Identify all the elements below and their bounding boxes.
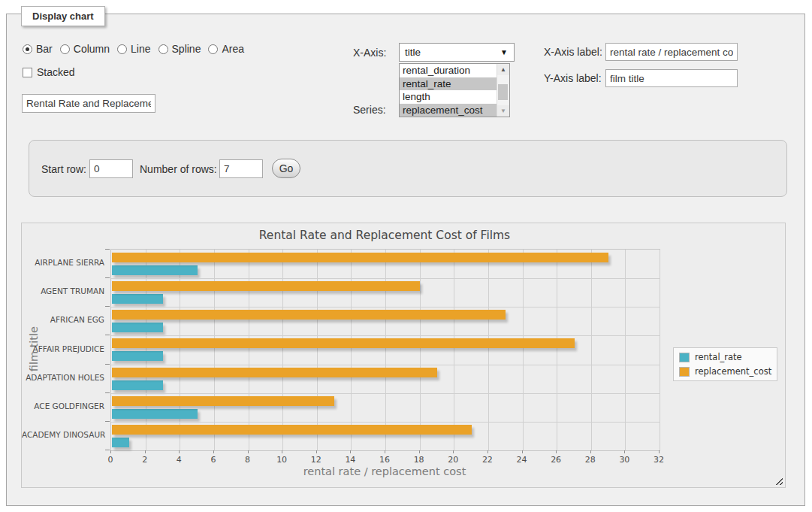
category-label: AIRPLANE SIERRA xyxy=(22,258,104,267)
stacked-checkbox[interactable] xyxy=(23,68,32,77)
gridline xyxy=(591,250,592,450)
x-tick-mark xyxy=(659,450,660,453)
y-tick-mark xyxy=(105,277,110,278)
scroll-down-icon[interactable]: ▼ xyxy=(497,105,509,117)
x-axis-selected-value: title xyxy=(405,47,421,58)
x-axis-select[interactable]: title ▼ xyxy=(399,43,515,62)
x-tick-label: 10 xyxy=(269,455,294,465)
chart-type-option-spline[interactable]: Spline xyxy=(158,43,201,55)
x-axis-label-input[interactable] xyxy=(605,43,738,61)
y-axis-label-label: Y-Axis label: xyxy=(544,72,602,84)
number-of-rows-label: Number of rows: xyxy=(140,163,217,175)
bar-replacement_cost xyxy=(112,396,334,406)
bar-rental_rate xyxy=(112,323,163,332)
category-label: AFRICAN EGG xyxy=(22,315,104,324)
legend-item-rental_rate: rental_rate xyxy=(679,352,771,362)
legend-swatch-icon xyxy=(679,367,690,377)
gridline xyxy=(317,250,318,450)
series-option-length[interactable]: length xyxy=(400,90,497,104)
chart-type-option-area[interactable]: Area xyxy=(208,43,244,55)
x-tick-mark xyxy=(110,450,111,453)
x-tick-mark xyxy=(453,450,454,453)
gridline xyxy=(111,335,660,336)
gridline xyxy=(111,278,660,279)
chart-type-label: Column xyxy=(74,43,110,55)
gridline xyxy=(111,365,660,365)
x-tick-mark xyxy=(213,450,214,453)
x-tick-label: 24 xyxy=(509,455,535,465)
bar-rental_rate xyxy=(112,438,129,447)
x-tick-mark xyxy=(179,450,180,453)
x-tick-mark xyxy=(522,450,523,453)
x-tick-label: 28 xyxy=(578,455,603,465)
start-row-input[interactable] xyxy=(89,159,133,178)
chart-type-option-line[interactable]: Line xyxy=(117,43,150,55)
resize-handle-icon[interactable] xyxy=(774,477,783,485)
page: Display chart BarColumnLineSplineArea St… xyxy=(0,0,812,512)
gridline xyxy=(111,393,660,394)
gridline xyxy=(625,250,626,450)
bar-rental_rate xyxy=(112,351,163,361)
chart-title-input[interactable] xyxy=(22,94,155,113)
series-option-rental_duration[interactable]: rental_duration xyxy=(400,64,497,77)
y-tick-mark xyxy=(105,392,110,393)
x-tick-mark xyxy=(282,450,282,453)
radio-icon[interactable] xyxy=(158,44,168,54)
gridline xyxy=(454,250,454,450)
series-option-rental_rate[interactable]: rental_rate xyxy=(400,77,497,91)
bar-rental_rate xyxy=(112,409,198,419)
y-tick-mark xyxy=(105,335,110,335)
x-tick-mark xyxy=(316,450,317,453)
fieldset-legend: Display chart xyxy=(21,6,105,26)
go-button[interactable]: Go xyxy=(272,159,300,178)
stacked-label: Stacked xyxy=(37,66,75,78)
bar-rental_rate xyxy=(112,380,163,390)
gridline xyxy=(146,250,146,450)
chart-type-label: Area xyxy=(222,43,244,55)
y-axis-label-input[interactable] xyxy=(605,69,738,87)
x-tick-label: 30 xyxy=(611,455,637,465)
number-of-rows-input[interactable] xyxy=(219,159,263,178)
radio-icon[interactable] xyxy=(117,44,127,54)
chart-type-option-column[interactable]: Column xyxy=(60,43,110,55)
gridline xyxy=(660,250,660,450)
x-axis-select-label: X-Axis: xyxy=(353,47,386,59)
radio-icon[interactable] xyxy=(60,44,70,54)
category-label: ADAPTATION HOLES xyxy=(22,373,104,382)
x-tick-label: 14 xyxy=(337,455,363,465)
chart-type-option-bar[interactable]: Bar xyxy=(23,43,53,55)
series-option-replacement_cost[interactable]: replacement_cost xyxy=(400,104,497,117)
chart-type-label: Line xyxy=(131,43,150,55)
series-listbox[interactable]: ▲ ▼ rental_durationrental_ratelengthrepl… xyxy=(399,63,510,117)
x-tick-label: 8 xyxy=(235,455,261,465)
x-tick-label: 6 xyxy=(201,455,226,465)
category-label: AGENT TRUMAN xyxy=(22,286,104,295)
y-tick-mark xyxy=(105,249,110,250)
radio-icon[interactable] xyxy=(208,44,218,54)
gridline xyxy=(180,250,180,450)
x-tick-mark xyxy=(350,450,351,453)
chart-legend: rental_ratereplacement_cost xyxy=(673,347,777,381)
x-tick-label: 16 xyxy=(372,455,397,465)
x-tick-mark xyxy=(385,450,385,453)
chart-title: Rental Rate and Replacement Cost of Film… xyxy=(110,229,659,242)
scrollbar-thumb[interactable] xyxy=(498,84,508,100)
bar-rental_rate xyxy=(112,294,163,304)
x-tick-mark xyxy=(624,450,625,453)
radio-icon[interactable] xyxy=(23,44,32,54)
legend-item-replacement_cost: replacement_cost xyxy=(679,366,771,377)
scroll-up-icon[interactable]: ▲ xyxy=(497,64,509,75)
scrollbar[interactable]: ▲ ▼ xyxy=(497,64,509,117)
category-label: AFFAIR PREJUDICE xyxy=(22,344,104,353)
y-tick-mark xyxy=(105,421,110,422)
gridline xyxy=(488,250,489,450)
bar-replacement_cost xyxy=(112,253,608,262)
bar-replacement_cost xyxy=(112,368,437,377)
chart-type-group: BarColumnLineSplineArea xyxy=(23,43,244,55)
x-tick-label: 0 xyxy=(98,455,123,465)
plot-area xyxy=(110,249,660,451)
y-tick-mark xyxy=(105,364,110,365)
category-label: ACE GOLDFINGER xyxy=(22,401,104,411)
category-label: ACADEMY DINOSAUR xyxy=(22,430,104,439)
bar-replacement_cost xyxy=(112,310,506,320)
